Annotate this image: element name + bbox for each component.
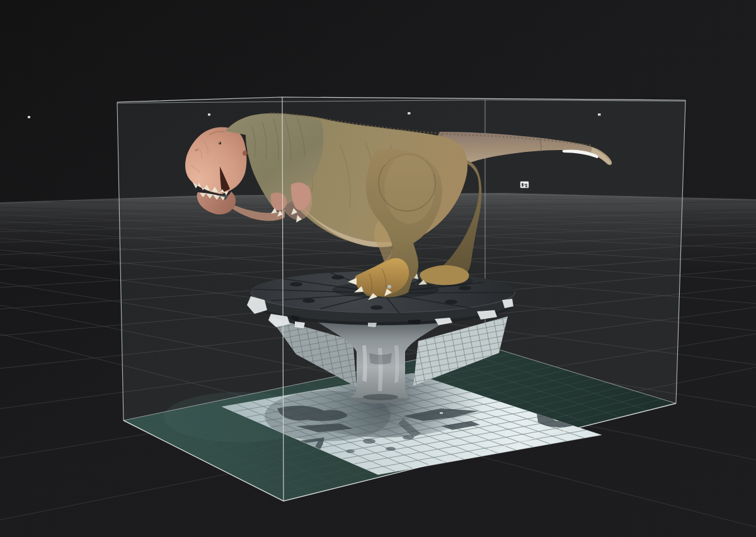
camera-photo-marker[interactable] — [520, 182, 529, 188]
marker-dot-3[interactable] — [408, 112, 411, 115]
model-cheek-spot — [243, 151, 248, 156]
scene-canvas[interactable] — [0, 0, 756, 537]
marker-dot-1[interactable] — [28, 116, 30, 118]
viewport-3d[interactable] — [0, 0, 756, 537]
marker-dot-4[interactable] — [598, 113, 601, 116]
marker-dot-2[interactable] — [208, 113, 210, 116]
